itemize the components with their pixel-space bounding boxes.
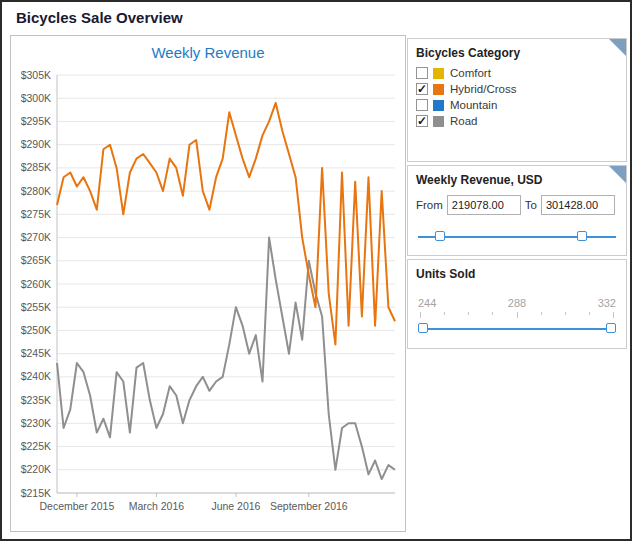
svg-text:$230K: $230K: [21, 417, 51, 429]
units-scale-ticks: [420, 312, 614, 318]
mountain-color-swatch: [433, 100, 444, 111]
revenue-chart-svg[interactable]: $305K$300K$295K$290K$285K$280K$275K$270K…: [13, 63, 403, 521]
svg-text:$265K: $265K: [21, 254, 51, 266]
units-slider-right-handle[interactable]: [606, 323, 616, 333]
svg-text:$300K: $300K: [21, 92, 51, 104]
units-scale-labels: 244 288 332: [408, 297, 626, 309]
svg-text:$255K: $255K: [21, 301, 51, 313]
road-label: Road: [450, 115, 478, 127]
svg-text:$245K: $245K: [21, 347, 51, 359]
units-slider-left-handle[interactable]: [418, 323, 428, 333]
revenue-to-input[interactable]: [541, 195, 615, 215]
category-item-hybrid-cross[interactable]: ✓ Hybrid/Cross: [414, 81, 626, 97]
svg-text:$235K: $235K: [21, 394, 51, 406]
category-item-road[interactable]: ✓ Road: [414, 113, 626, 129]
dashboard-window: Bicycles Sale Overview Weekly Revenue $3…: [0, 0, 632, 541]
svg-text:$215K: $215K: [21, 487, 51, 499]
svg-text:June 2016: June 2016: [211, 500, 260, 512]
units-scale-max: 332: [598, 297, 616, 309]
mountain-checkbox[interactable]: [416, 99, 428, 111]
svg-text:$290K: $290K: [21, 138, 51, 150]
revenue-to-label: To: [525, 199, 537, 211]
filter-corner-triangle-icon[interactable]: [609, 39, 626, 56]
revenue-from-to-row: From To: [408, 191, 626, 215]
revenue-range-slider[interactable]: [418, 231, 616, 243]
weekly-revenue-filter-title: Weekly Revenue, USD: [408, 166, 626, 191]
comfort-checkbox[interactable]: [416, 67, 428, 79]
revenue-from-label: From: [416, 199, 443, 211]
svg-text:$285K: $285K: [21, 161, 51, 173]
category-item-mountain[interactable]: Mountain: [414, 97, 626, 113]
mountain-label: Mountain: [450, 99, 497, 111]
svg-text:$275K: $275K: [21, 208, 51, 220]
comfort-color-swatch: [433, 68, 444, 79]
units-scale-min: 244: [418, 297, 436, 309]
hybrid-cross-label: Hybrid/Cross: [450, 83, 516, 95]
category-list: Comfort ✓ Hybrid/Cross Mountain ✓ Road: [408, 64, 626, 129]
dashboard-title: Bicycles Sale Overview: [16, 9, 183, 26]
svg-text:$260K: $260K: [21, 278, 51, 290]
svg-text:$240K: $240K: [21, 370, 51, 382]
svg-text:$305K: $305K: [21, 69, 51, 81]
svg-text:$220K: $220K: [21, 463, 51, 475]
bicycles-category-title: Bicycles Category: [408, 39, 626, 64]
units-scale-mid: 288: [508, 297, 526, 309]
revenue-from-input[interactable]: [447, 195, 521, 215]
svg-text:$270K: $270K: [21, 231, 51, 243]
category-item-comfort[interactable]: Comfort: [414, 65, 626, 81]
svg-text:$295K: $295K: [21, 115, 51, 127]
svg-text:$280K: $280K: [21, 185, 51, 197]
units-sold-filter: Units Sold 244 288 332: [407, 259, 627, 349]
weekly-revenue-filter: Weekly Revenue, USD From To: [407, 165, 627, 256]
comfort-label: Comfort: [450, 67, 491, 79]
chart-title: Weekly Revenue: [11, 44, 405, 61]
road-color-swatch: [433, 116, 444, 127]
hybrid-cross-color-swatch: [433, 84, 444, 95]
svg-text:September 2016: September 2016: [270, 500, 348, 512]
svg-text:December 2015: December 2015: [40, 500, 115, 512]
svg-text:$225K: $225K: [21, 440, 51, 452]
filter-column: Bicycles Category Comfort ✓ Hybrid/Cross…: [407, 38, 627, 349]
revenue-slider-right-handle[interactable]: [577, 231, 587, 241]
svg-text:March 2016: March 2016: [129, 500, 185, 512]
units-range-slider[interactable]: [418, 323, 616, 335]
svg-text:$250K: $250K: [21, 324, 51, 336]
hybrid-cross-checkbox[interactable]: ✓: [416, 83, 428, 95]
units-sold-title: Units Sold: [408, 260, 626, 285]
road-checkbox[interactable]: ✓: [416, 115, 428, 127]
weekly-revenue-chart-panel: Weekly Revenue $305K$300K$295K$290K$285K…: [10, 35, 406, 532]
bicycles-category-filter: Bicycles Category Comfort ✓ Hybrid/Cross…: [407, 38, 627, 162]
filter-corner-triangle-icon[interactable]: [609, 166, 626, 183]
units-slider-track: [418, 328, 616, 330]
revenue-slider-left-handle[interactable]: [435, 231, 445, 241]
